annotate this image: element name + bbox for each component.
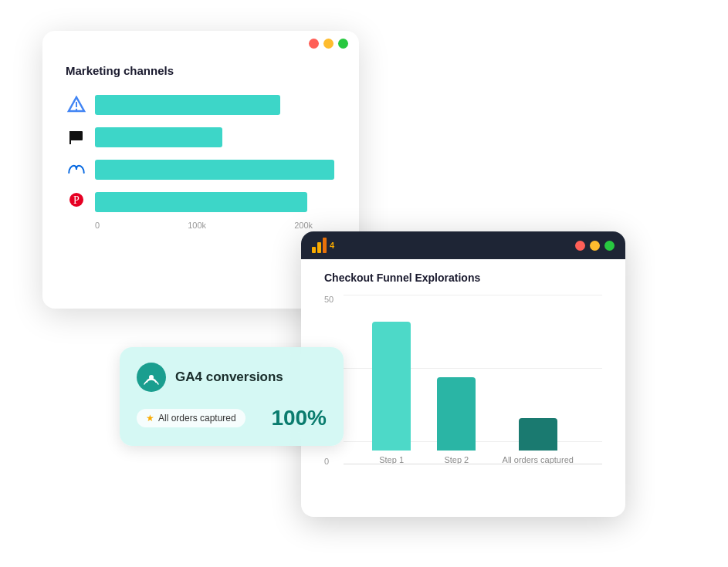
svg-point-2 <box>76 109 77 110</box>
ga4-bar-1 <box>312 247 316 253</box>
card-title: GA4 conversions <box>175 370 283 385</box>
funnel-chart-area: 50 Step 1 Step 2 <box>324 295 602 488</box>
bar-step2 <box>437 377 476 451</box>
card-metrics-row: ★ All orders captured 100% <box>137 406 327 430</box>
funnel-dot-green[interactable] <box>604 241 615 251</box>
bar-row-google <box>66 94 336 116</box>
flag-icon <box>66 127 87 148</box>
bar-pinterest <box>95 192 307 212</box>
svg-text:P: P <box>73 194 80 206</box>
ga4-bar-3 <box>323 238 327 253</box>
funnel-chart-title: Checkout Funnel Explorations <box>324 272 602 284</box>
funnel-bar-purchase: All orders captured <box>503 418 574 464</box>
dot-yellow[interactable] <box>323 39 334 49</box>
bar-google <box>95 95 280 115</box>
checkout-funnel-window: 4 Checkout Funnel Explorations 50 <box>301 231 625 517</box>
bar-step1 <box>372 322 411 451</box>
funnel-title-dots <box>575 241 615 251</box>
bar-flag <box>95 127 222 147</box>
ga4-signal-icon <box>137 363 166 392</box>
x-label-100k: 100k <box>188 221 206 230</box>
title-bar-marketing <box>42 31 359 56</box>
percent-value: 100% <box>271 406 327 430</box>
ga4-number: 4 <box>330 241 334 250</box>
y-label-50: 50 <box>324 295 334 304</box>
zero-label: 0 <box>324 457 329 466</box>
funnel-bar-step1: Step 1 <box>372 322 411 464</box>
google-ads-icon <box>66 94 87 116</box>
dot-red[interactable] <box>309 39 319 49</box>
bar-chart-marketing: P <box>66 94 336 213</box>
x-label-200k: 200k <box>294 221 313 230</box>
ga4-bar-2 <box>317 242 321 253</box>
ga4-conversions-card: GA4 conversions ★ All orders captured 10… <box>120 347 344 446</box>
bar-meta <box>95 160 334 180</box>
meta-icon <box>66 159 87 181</box>
chart-title-marketing: Marketing channels <box>66 64 336 77</box>
bar-row-meta <box>66 159 336 181</box>
bar-row-pinterest: P <box>66 191 336 213</box>
x-axis-line <box>344 464 602 464</box>
orders-badge: ★ All orders captured <box>137 409 245 427</box>
funnel-bar-step2: Step 2 <box>437 377 476 464</box>
funnel-dot-red[interactable] <box>575 241 585 251</box>
x-label-0: 0 <box>95 221 100 230</box>
bar-purchase <box>519 418 557 451</box>
ga4-logo: 4 <box>312 238 334 253</box>
funnel-dot-yellow[interactable] <box>590 241 600 251</box>
funnel-bars: Step 1 Step 2 All orders captured <box>344 318 602 464</box>
grid-line-top <box>344 295 602 295</box>
title-bar-funnel: 4 <box>301 231 625 259</box>
orders-badge-label: All orders captured <box>158 413 236 424</box>
pinterest-icon: P <box>66 191 87 213</box>
dot-green[interactable] <box>338 39 348 49</box>
star-icon: ★ <box>146 413 154 424</box>
svg-rect-3 <box>70 131 83 140</box>
bar-row-flag <box>66 127 336 148</box>
card-header: GA4 conversions <box>137 363 327 392</box>
